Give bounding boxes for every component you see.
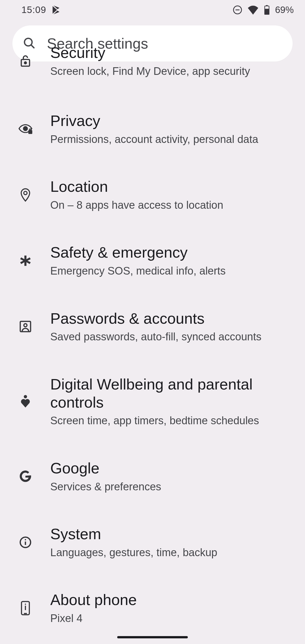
settings-item-title: Safety & emergency — [50, 243, 226, 262]
settings-item-subtitle: Emergency SOS, medical info, alerts — [50, 264, 226, 278]
wellbeing-icon — [18, 394, 33, 408]
dnd-icon — [233, 5, 242, 15]
settings-item-digital-wellbeing[interactable]: Digital Wellbeing and parental controls … — [0, 360, 305, 443]
settings-item-subtitle: On – 8 apps have access to location — [50, 199, 223, 212]
settings-item-privacy[interactable]: Privacy Permissions, account activity, p… — [0, 96, 305, 162]
settings-item-title: Digital Wellbeing and parental controls — [50, 375, 282, 411]
settings-item-about-phone[interactable]: About phone Pixel 4 — [0, 575, 305, 641]
settings-item-title: Security — [50, 44, 250, 62]
settings-item-title: About phone — [50, 591, 137, 609]
location-icon — [18, 188, 33, 202]
settings-item-subtitle: Screen time, app timers, bedtime schedul… — [50, 414, 282, 428]
settings-item-passwords-accounts[interactable]: Passwords & accounts Saved passwords, au… — [0, 294, 305, 360]
settings-item-subtitle: Services & preferences — [50, 480, 161, 494]
svg-rect-3 — [266, 5, 268, 6]
google-icon — [18, 470, 33, 482]
svg-point-8 — [25, 62, 27, 64]
home-gesture-bar[interactable] — [117, 636, 188, 638]
lock-icon — [18, 54, 33, 68]
svg-point-15 — [24, 395, 27, 399]
status-clock: 15:09 — [21, 5, 46, 15]
svg-rect-11 — [29, 129, 31, 130]
svg-point-12 — [24, 191, 27, 195]
settings-item-subtitle: Languages, gestures, time, backup — [50, 546, 217, 560]
settings-item-safety-emergency[interactable]: Safety & emergency Emergency SOS, medica… — [0, 228, 305, 293]
settings-item-google[interactable]: Google Services & preferences — [0, 443, 305, 509]
settings-item-system[interactable]: System Languages, gestures, time, backup — [0, 509, 305, 575]
battery-percentage: 69% — [275, 5, 294, 15]
settings-item-title: Privacy — [50, 112, 258, 130]
settings-item-location[interactable]: Location On – 8 apps have access to loca… — [0, 162, 305, 228]
battery-icon — [264, 5, 270, 15]
settings-item-title: Google — [50, 459, 161, 477]
settings-item-subtitle: Pixel 4 — [50, 612, 137, 625]
settings-item-subtitle: Permissions, account activity, personal … — [50, 133, 258, 146]
settings-item-subtitle: Saved passwords, auto-fill, synced accou… — [50, 330, 262, 344]
account-icon — [18, 320, 33, 333]
status-bar: 15:09 69% — [0, 0, 305, 20]
svg-point-21 — [25, 604, 26, 605]
info-icon — [18, 536, 33, 549]
settings-item-title: Passwords & accounts — [50, 310, 262, 328]
settings-item-security[interactable]: Security Screen lock, Find My Device, ap… — [0, 40, 305, 96]
phone-icon — [18, 601, 33, 615]
wifi-icon — [247, 5, 259, 15]
play-store-icon — [51, 5, 61, 15]
asterisk-icon — [18, 254, 33, 267]
svg-point-18 — [25, 539, 26, 540]
svg-point-9 — [23, 127, 27, 130]
settings-item-title: Location — [50, 178, 223, 196]
settings-list[interactable]: Security Screen lock, Find My Device, ap… — [0, 59, 305, 644]
settings-item-title: System — [50, 525, 217, 543]
svg-point-14 — [24, 324, 27, 327]
svg-rect-4 — [265, 9, 269, 15]
settings-item-subtitle: Screen lock, Find My Device, app securit… — [50, 65, 250, 78]
privacy-icon — [18, 123, 33, 135]
